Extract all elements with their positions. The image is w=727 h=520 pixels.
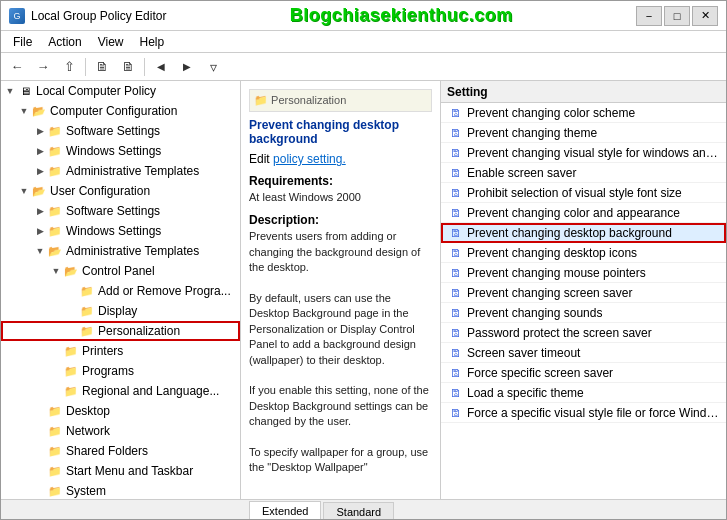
tree-item-user-config[interactable]: 📂 User Configuration <box>1 181 240 201</box>
toolbar-separator-1 <box>85 58 86 76</box>
policy-setting-link[interactable]: policy setting. <box>273 152 346 166</box>
tree-item-display[interactable]: 📁 Display <box>1 301 240 321</box>
tree-item-windows-settings-user[interactable]: 📁 Windows Settings <box>1 221 240 241</box>
tree-arrow-local-policy <box>3 86 17 96</box>
settings-label-1: Prevent changing color scheme <box>467 106 720 120</box>
settings-row-screen-saver2[interactable]: 🖺 Prevent changing screen saver <box>441 283 726 303</box>
settings-row-timeout[interactable]: 🖺 Screen saver timeout <box>441 343 726 363</box>
tree-label-at-user: Administrative Templates <box>66 244 236 258</box>
policy-icon-2: 🖺 <box>447 125 463 141</box>
tree-item-start-menu[interactable]: 📁 Start Menu and Taskbar <box>1 461 240 481</box>
tree-label-at-comp: Administrative Templates <box>66 164 236 178</box>
settings-list-panel[interactable]: Setting 🖺 Prevent changing color scheme … <box>441 81 726 499</box>
settings-row-pw-protect[interactable]: 🖺 Password protect the screen saver <box>441 323 726 343</box>
policy-icon-6: 🖺 <box>447 205 463 221</box>
settings-row-visual-style[interactable]: 🖺 Prevent changing visual style for wind… <box>441 143 726 163</box>
new-window-button[interactable]: 🗎 <box>116 56 140 78</box>
tree-item-computer-config[interactable]: 📂 Computer Configuration <box>1 101 240 121</box>
tree-item-printers[interactable]: 📁 Printers <box>1 341 240 361</box>
tree-item-local-policy[interactable]: 🖥 Local Computer Policy <box>1 81 240 101</box>
settings-row-force-saver[interactable]: 🖺 Force specific screen saver <box>441 363 726 383</box>
settings-label-5: Prohibit selection of visual style font … <box>467 186 720 200</box>
tree-label-sw-comp: Software Settings <box>66 124 236 138</box>
tree-arrow-at-user <box>33 246 47 256</box>
tree-item-software-settings-comp[interactable]: 📁 Software Settings <box>1 121 240 141</box>
policy-icon-13: 🖺 <box>447 345 463 361</box>
settings-row-screen-saver[interactable]: 🖺 Enable screen saver <box>441 163 726 183</box>
settings-row-force-style[interactable]: 🖺 Force a specific visual style file or … <box>441 403 726 423</box>
settings-row-desktop-icons[interactable]: 🖺 Prevent changing desktop icons <box>441 243 726 263</box>
tree-item-software-settings-user[interactable]: 📁 Software Settings <box>1 201 240 221</box>
tab-extended[interactable]: Extended <box>249 501 321 520</box>
settings-row-font-size[interactable]: 🖺 Prohibit selection of visual style fon… <box>441 183 726 203</box>
show-hide-button[interactable]: 🗎 <box>90 56 114 78</box>
tree-label-cp: Control Panel <box>82 264 236 278</box>
tree-item-network[interactable]: 📁 Network <box>1 421 240 441</box>
requirements-label: Requirements: <box>249 174 432 188</box>
menu-action[interactable]: Action <box>40 33 89 51</box>
tree-item-regional[interactable]: 📁 Regional and Language... <box>1 381 240 401</box>
tree-item-add-remove[interactable]: 📁 Add or Remove Progra... <box>1 281 240 301</box>
policy-icon-4: 🖺 <box>447 165 463 181</box>
menu-file[interactable]: File <box>5 33 40 51</box>
settings-label-2: Prevent changing theme <box>467 126 720 140</box>
maximize-button[interactable]: □ <box>664 6 690 26</box>
settings-label-7: Prevent changing desktop background <box>467 226 720 240</box>
folder-icon-ws-user: 📁 <box>47 223 63 239</box>
menu-help[interactable]: Help <box>132 33 173 51</box>
policy-icon-3: 🖺 <box>447 145 463 161</box>
tree-item-shared-folders[interactable]: 📁 Shared Folders <box>1 441 240 461</box>
tree-item-windows-settings-comp[interactable]: 📁 Windows Settings <box>1 141 240 161</box>
tree-arrow-computer-config <box>17 106 31 116</box>
settings-row-load-theme[interactable]: 🖺 Load a specific theme <box>441 383 726 403</box>
folder-icon-pers: 📁 <box>79 323 95 339</box>
settings-row-theme[interactable]: 🖺 Prevent changing theme <box>441 123 726 143</box>
settings-label-9: Prevent changing mouse pointers <box>467 266 720 280</box>
policy-icon-16: 🖺 <box>447 405 463 421</box>
tree-arrow-sw-comp <box>33 126 47 136</box>
folder-icon-pr: 📁 <box>63 343 79 359</box>
tree-item-admin-templates-user[interactable]: 📂 Administrative Templates <box>1 241 240 261</box>
tree-label-pr: Printers <box>82 344 236 358</box>
forward-btn2[interactable]: ▶ <box>175 56 199 78</box>
settings-header: Setting <box>441 81 726 103</box>
tree-arrow-ws-user <box>33 226 47 236</box>
minimize-button[interactable]: − <box>636 6 662 26</box>
close-button[interactable]: ✕ <box>692 6 718 26</box>
title-bar: G Local Group Policy Editor Blogchiaseki… <box>1 1 726 31</box>
app-icon: G <box>9 8 25 24</box>
menu-view[interactable]: View <box>90 33 132 51</box>
policy-icon-15: 🖺 <box>447 385 463 401</box>
tree-item-control-panel[interactable]: 📂 Control Panel <box>1 261 240 281</box>
desc-title: Prevent changing desktop background <box>249 118 432 146</box>
toolbar-separator-2 <box>144 58 145 76</box>
folder-open-icon-cc: 📂 <box>31 103 47 119</box>
settings-row-mouse-pointers[interactable]: 🖺 Prevent changing mouse pointers <box>441 263 726 283</box>
tree-label-desk: Desktop <box>66 404 236 418</box>
tab-standard[interactable]: Standard <box>323 502 394 520</box>
settings-row-sounds[interactable]: 🖺 Prevent changing sounds <box>441 303 726 323</box>
folder-icon-ar: 📁 <box>79 283 95 299</box>
left-panel-tree[interactable]: 🖥 Local Computer Policy 📂 Computer Confi… <box>1 81 241 499</box>
tree-item-admin-templates-comp[interactable]: 📁 Administrative Templates <box>1 161 240 181</box>
tree-item-system[interactable]: 📁 System <box>1 481 240 499</box>
up-button[interactable]: ⇧ <box>57 56 81 78</box>
settings-row-desktop-bg[interactable]: 🖺 Prevent changing desktop background <box>441 223 726 243</box>
forward-button[interactable]: → <box>31 56 55 78</box>
tree-item-personalization[interactable]: 📁 Personalization <box>1 321 240 341</box>
back-button[interactable]: ← <box>5 56 29 78</box>
edit-label: Edit <box>249 152 270 166</box>
settings-row-color-appearance[interactable]: 🖺 Prevent changing color and appearance <box>441 203 726 223</box>
tree-arrow-at-comp <box>33 166 47 176</box>
filter-button[interactable]: ▿ <box>201 56 225 78</box>
tree-item-programs[interactable]: 📁 Programs <box>1 361 240 381</box>
window-controls: − □ ✕ <box>636 6 718 26</box>
tree-item-desktop[interactable]: 📁 Desktop <box>1 401 240 421</box>
settings-row-color-scheme[interactable]: 🖺 Prevent changing color scheme <box>441 103 726 123</box>
folder-icon-disp: 📁 <box>79 303 95 319</box>
tree-label-reg: Regional and Language... <box>82 384 236 398</box>
back-btn2[interactable]: ◀ <box>149 56 173 78</box>
requirements-section: Requirements: At least Windows 2000 <box>249 174 432 205</box>
policy-icon-12: 🖺 <box>447 325 463 341</box>
window-title: Local Group Policy Editor <box>31 9 166 23</box>
